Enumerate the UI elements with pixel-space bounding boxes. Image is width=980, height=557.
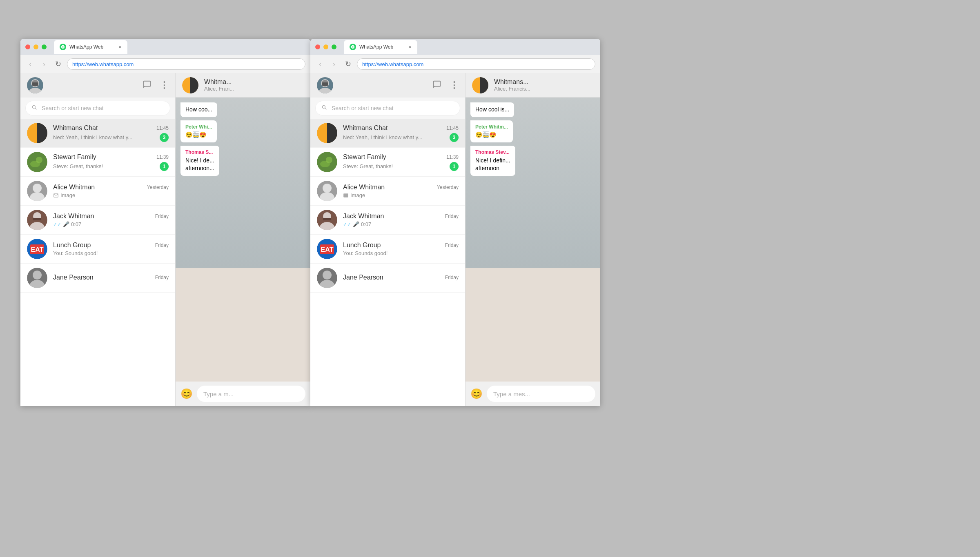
chat-time-stewart-right: 11:39: [446, 154, 459, 160]
chat-bg-right: How cool is... Peter Whitm... 😌🚋😍 Thomas…: [466, 98, 600, 382]
emoji-button-left[interactable]: 😊: [180, 388, 193, 399]
chat-avatar-jane-right: [317, 268, 337, 288]
chat-info-lunch-right: Lunch Group Friday You: Sounds good!: [343, 242, 459, 256]
browser-content-left: ⋮ Search or start new chat: [20, 73, 310, 406]
chat-item-lunch-right[interactable]: EAT Lunch Group Friday You: Sounds good!: [310, 235, 465, 264]
voice-duration-jack-right: 0:07: [361, 221, 371, 227]
address-bar-left[interactable]: https://web.whatsapp.com: [67, 58, 305, 70]
mic-icon-jack-left: 🎤: [63, 221, 69, 227]
chat-item-alice-right[interactable]: Alice Whitman Yesterday Image: [310, 177, 465, 206]
chat-name-alice-left: Alice Whitman: [53, 184, 95, 191]
browser-titlebar-left: WhatsApp Web ×: [20, 39, 310, 55]
unread-badge-stewart-left: 1: [160, 162, 169, 171]
chat-panel-sub-left: Alice, Fran...: [204, 86, 304, 92]
browser-toolbar-right: ‹ › ↻ https://web.whatsapp.com: [310, 55, 600, 73]
svg-point-35: [323, 184, 332, 193]
chat-item-jane-left[interactable]: Jane Pearson Friday: [20, 264, 175, 293]
svg-rect-48: [480, 77, 488, 93]
chat-item-lunch-left[interactable]: EAT Lunch Group Friday You: Sounds good!: [20, 235, 175, 264]
message-input-left[interactable]: Type a m...: [197, 386, 305, 402]
chat-info-stewart-left: Stewart Family 11:39 Steve: Great, thank…: [53, 153, 169, 171]
chat-item-alice-left[interactable]: Alice Whitman Yesterday Image: [20, 177, 175, 206]
chat-avatar-alice-right: [317, 181, 337, 201]
minimize-dot-right[interactable]: [323, 44, 328, 49]
chat-panel-info-left: Whitma... Alice, Fran...: [204, 78, 304, 92]
search-icon-left: [31, 104, 38, 112]
back-button-right[interactable]: ‹: [315, 60, 325, 69]
search-input-right[interactable]: Search or start new chat: [315, 101, 460, 115]
chat-messages-left: How coo... Peter Whi... 😌🚋😍 Thomas S... …: [176, 98, 310, 382]
chat-info-alice-left: Alice Whitman Yesterday Image: [53, 184, 169, 198]
chat-info-jack-right: Jack Whitman Friday ✓✓ 🎤 0:07: [343, 213, 459, 227]
chat-time-alice-right: Yesterday: [437, 184, 459, 190]
svg-rect-28: [322, 82, 328, 86]
refresh-button-right[interactable]: ↻: [343, 60, 353, 69]
minimize-dot[interactable]: [33, 44, 38, 49]
chat-info-jane-left: Jane Pearson Friday: [53, 274, 169, 282]
browser-titlebar-right: WhatsApp Web ×: [310, 39, 600, 55]
forward-button-right[interactable]: ›: [329, 60, 339, 69]
chat-info-whitmans-right: Whitmans Chat 11:45 Ned: Yeah, I think I…: [343, 124, 459, 142]
tab-close-left[interactable]: ×: [118, 44, 122, 50]
search-icon-right: [321, 104, 327, 112]
compose-icon-right[interactable]: [432, 80, 441, 91]
maximize-dot[interactable]: [42, 44, 47, 49]
voice-preview-jack-right: ✓✓ 🎤 0:07: [343, 221, 371, 227]
wa-header-left: ⋮: [20, 73, 175, 98]
svg-point-26: [318, 88, 332, 93]
chat-avatar-jack-left: [27, 210, 47, 230]
chat-panel-sub-right: Alice, Francis...: [494, 86, 594, 92]
emoji-button-right[interactable]: 😊: [470, 388, 483, 399]
maximize-dot-right[interactable]: [332, 44, 336, 49]
chat-avatar-jack-right: [317, 210, 337, 230]
chat-item-stewart-left[interactable]: Stewart Family 11:39 Steve: Great, thank…: [20, 148, 175, 177]
tab-close-right[interactable]: ×: [408, 44, 412, 50]
chat-time-lunch-left: Friday: [155, 242, 169, 248]
chat-item-whitmans-left[interactable]: Whitmans Chat 11:45 Ned: Yeah, I think I…: [20, 119, 175, 148]
svg-point-45: [323, 271, 332, 280]
address-bar-right[interactable]: https://web.whatsapp.com: [357, 58, 595, 70]
message-input-right[interactable]: Type a mes...: [487, 386, 595, 402]
tab-title-right: WhatsApp Web: [359, 44, 393, 50]
mic-icon-jack-right: 🎤: [353, 221, 359, 227]
browser-toolbar-left: ‹ › ↻ https://web.whatsapp.com: [20, 55, 310, 73]
back-button-left[interactable]: ‹: [25, 60, 35, 69]
close-dot[interactable]: [25, 44, 30, 49]
chat-preview-lunch-left: You: Sounds good!: [53, 250, 169, 256]
chat-item-stewart-right[interactable]: Stewart Family 11:39 Steve: Great, thank…: [310, 148, 465, 177]
chat-panel-name-left: Whitma...: [204, 78, 304, 86]
chat-name-whitmans-right: Whitmans Chat: [343, 124, 388, 132]
user-avatar-left[interactable]: [27, 77, 43, 93]
chat-list-right: Whitmans Chat 11:45 Ned: Yeah, I think I…: [310, 119, 465, 406]
voice-preview-jack-left: ✓✓ 🎤 0:07: [53, 221, 81, 227]
user-avatar-right[interactable]: [317, 77, 333, 93]
chat-list-left: Whitmans Chat 11:45 Ned: Yeah, I think I…: [20, 119, 175, 406]
chat-item-jack-right[interactable]: Jack Whitman Friday ✓✓ 🎤 0:07: [310, 206, 465, 235]
forward-button-left[interactable]: ›: [39, 60, 49, 69]
refresh-button-left[interactable]: ↻: [53, 60, 63, 69]
chat-item-whitmans-right[interactable]: Whitmans Chat 11:45 Ned: Yeah, I think I…: [310, 119, 465, 148]
chat-item-jane-right[interactable]: Jane Pearson Friday: [310, 264, 465, 293]
chat-name-stewart-right: Stewart Family: [343, 153, 386, 161]
svg-point-21: [33, 271, 42, 280]
browser-content-right: ⋮ Search or start new chat: [310, 73, 600, 406]
chat-bg-left: How coo... Peter Whi... 😌🚋😍 Thomas S... …: [176, 98, 310, 382]
svg-rect-16: [33, 218, 41, 220]
wa-header-icons-right: ⋮: [432, 80, 459, 91]
chat-preview-whitmans-left: Ned: Yeah, I think I know what y...: [53, 134, 160, 140]
compose-icon-left[interactable]: [143, 80, 151, 91]
chat-avatar-jane-left: [27, 268, 47, 288]
wa-header-right: ⋮: [310, 73, 465, 98]
tab-favicon-right: [350, 44, 356, 50]
browser-tab-left[interactable]: WhatsApp Web ×: [54, 40, 127, 54]
close-dot-right[interactable]: [315, 44, 320, 49]
svg-rect-30: [327, 123, 337, 143]
menu-icon-left[interactable]: ⋮: [160, 80, 169, 91]
chat-panel-header-right: Whitmans... Alice, Francis...: [466, 73, 600, 98]
browser-tab-right[interactable]: WhatsApp Web ×: [344, 40, 417, 54]
search-input-left[interactable]: Search or start new chat: [25, 101, 170, 115]
chat-panel-avatar-left: [182, 77, 198, 93]
menu-icon-right[interactable]: ⋮: [450, 80, 459, 91]
chat-item-jack-left[interactable]: Jack Whitman Friday ✓✓ 🎤 0:07: [20, 206, 175, 235]
svg-point-33: [326, 157, 332, 163]
